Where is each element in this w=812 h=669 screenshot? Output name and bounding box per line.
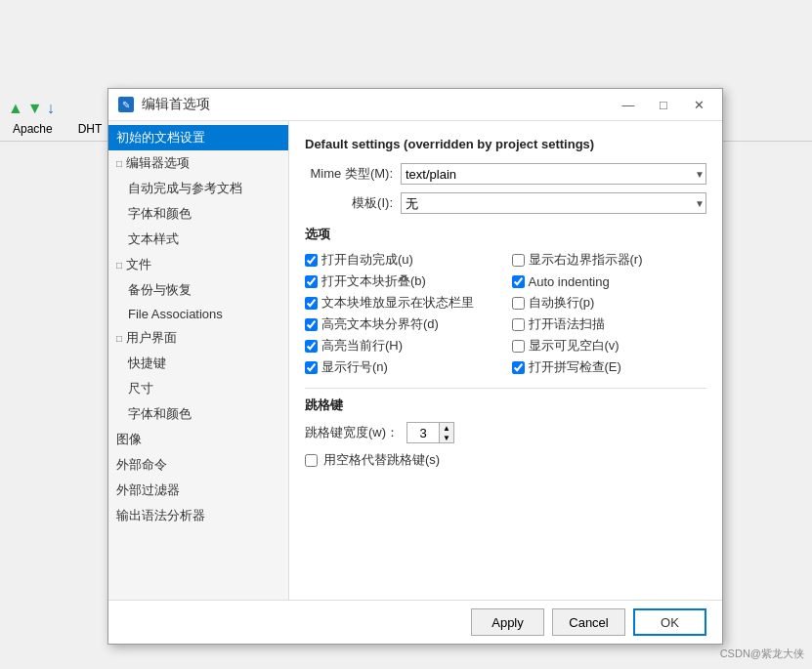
- spinner-buttons: ▲ ▼: [439, 423, 453, 442]
- apply-button[interactable]: Apply: [471, 608, 544, 636]
- sidebar-item-images[interactable]: 图像: [108, 427, 288, 452]
- checkbox-auto-indent: Auto indenting: [512, 272, 707, 290]
- checkbox-highlight-line-input[interactable]: [305, 340, 318, 353]
- checkbox-word-wrap-label: 自动换行(p): [529, 294, 595, 312]
- dialog-title: 编辑首选项: [142, 96, 210, 113]
- options-grid: 打开自动完成(u) 显示右边界指示器(r) 打开文本块折叠(b) Auto in…: [305, 251, 706, 376]
- checkbox-syntax-scan: 打开语法扫描: [512, 315, 707, 333]
- tab-width-input[interactable]: [407, 423, 439, 442]
- mime-select[interactable]: text/plain: [401, 163, 706, 185]
- dialog-body: 初始的文档设置 □ 编辑器选项 自动完成与参考文档 字体和颜色 文本样式 □ 文…: [108, 121, 722, 600]
- checkbox-spell-check-label: 打开拼写检查(E): [529, 358, 621, 376]
- replace-tabs-checkbox[interactable]: [305, 454, 318, 467]
- checkbox-word-wrap: 自动换行(p): [512, 294, 707, 312]
- mime-label: Mime 类型(M):: [305, 165, 393, 183]
- sidebar-label-file: 文件: [126, 256, 151, 273]
- sidebar-item-dimensions[interactable]: 尺寸: [108, 376, 288, 401]
- checkbox-auto-indent-input[interactable]: [512, 275, 525, 288]
- sidebar-item-initial-doc[interactable]: 初始的文档设置: [108, 125, 288, 150]
- checkbox-code-folding-label: 打开文本块折叠(b): [321, 272, 426, 290]
- maximize-button[interactable]: □: [650, 95, 677, 114]
- checkbox-autocomplete: 打开自动完成(u): [305, 251, 500, 269]
- ok-button[interactable]: OK: [633, 608, 706, 636]
- dialog-content: Default settings (overridden by project …: [289, 121, 722, 600]
- checkbox-right-margin-label: 显示右边界指示器(r): [529, 251, 643, 269]
- checkbox-spell-check-input[interactable]: [512, 361, 525, 374]
- sidebar-item-external-filter[interactable]: 外部过滤器: [108, 478, 288, 503]
- checkbox-block-stack-label: 文本块堆放显示在状态栏里: [321, 294, 474, 312]
- tab-width-spinner: ▲ ▼: [406, 422, 454, 443]
- checkbox-block-stack: 文本块堆放显示在状态栏里: [305, 294, 500, 312]
- template-row: 模板(I): 无 ▼: [305, 192, 706, 214]
- checkbox-visible-whitespace: 显示可见空白(v): [512, 337, 707, 355]
- dialog: ✎ 编辑首选项 — □ ✕ 初始的文档设置 □ 编辑器选项 自动完成与参考文档 …: [107, 88, 723, 645]
- tab-dht[interactable]: DHT: [69, 119, 111, 139]
- arrow-up[interactable]: ▲: [8, 100, 23, 117]
- sidebar-category-ui[interactable]: □ 用户界面: [108, 325, 288, 351]
- checkbox-spell-check: 打开拼写检查(E): [512, 358, 707, 376]
- collapse-arrow-ui: □: [116, 333, 122, 344]
- mime-select-wrapper: text/plain ▼: [401, 163, 706, 185]
- cancel-button[interactable]: Cancel: [552, 608, 625, 636]
- dialog-sidebar: 初始的文档设置 □ 编辑器选项 自动完成与参考文档 字体和颜色 文本样式 □ 文…: [108, 121, 289, 600]
- spinner-up[interactable]: ▲: [440, 423, 453, 433]
- template-label: 模板(I):: [305, 194, 393, 212]
- tab-width-row: 跳格键宽度(w)： ▲ ▼: [305, 422, 706, 443]
- tab-width-label: 跳格键宽度(w)：: [305, 424, 399, 441]
- arrow-down[interactable]: ▼: [27, 100, 43, 117]
- dialog-controls: — □ ✕: [615, 95, 712, 114]
- sidebar-item-text-style[interactable]: 文本样式: [108, 227, 288, 252]
- options-label: 选项: [305, 226, 706, 243]
- sidebar-item-autocomplete[interactable]: 自动完成与参考文档: [108, 176, 288, 201]
- checkbox-line-numbers-input[interactable]: [305, 361, 318, 374]
- collapse-arrow-file: □: [116, 260, 122, 271]
- checkbox-visible-whitespace-label: 显示可见空白(v): [529, 337, 620, 355]
- checkbox-highlight-line: 高亮当前行(H): [305, 337, 500, 355]
- spinner-down[interactable]: ▼: [440, 433, 453, 442]
- checkbox-highlight-delim: 高亮文本块分界符(d): [305, 315, 500, 333]
- template-select-wrapper: 无 ▼: [401, 192, 706, 214]
- checkbox-right-margin-input[interactable]: [512, 254, 525, 267]
- sidebar-item-output-parser[interactable]: 输出语法分析器: [108, 503, 288, 528]
- sidebar-label-ui: 用户界面: [126, 329, 177, 347]
- sidebar-label-editor: 编辑器选项: [126, 154, 190, 172]
- sidebar-category-file[interactable]: □ 文件: [108, 252, 288, 277]
- checkbox-block-stack-input[interactable]: [305, 297, 318, 310]
- minimize-button[interactable]: —: [615, 95, 642, 114]
- checkbox-visible-whitespace-input[interactable]: [512, 340, 525, 353]
- checkbox-autocomplete-label: 打开自动完成(u): [321, 251, 413, 269]
- sidebar-item-font-color[interactable]: 字体和颜色: [108, 201, 288, 227]
- checkbox-line-numbers: 显示行号(n): [305, 358, 500, 376]
- sidebar-item-shortcuts[interactable]: 快捷键: [108, 351, 288, 376]
- checkbox-line-numbers-label: 显示行号(n): [321, 358, 388, 376]
- dialog-icon: ✎: [118, 97, 134, 112]
- checkbox-highlight-delim-label: 高亮文本块分界符(d): [321, 315, 439, 333]
- tabkey-section-label: 跳格键: [305, 388, 706, 414]
- checkbox-syntax-scan-input[interactable]: [512, 318, 525, 331]
- dialog-title-left: ✎ 编辑首选项: [118, 96, 210, 113]
- checkbox-right-margin: 显示右边界指示器(r): [512, 251, 707, 269]
- replace-tabs-row: 用空格代替跳格键(s): [305, 451, 706, 469]
- checkbox-highlight-line-label: 高亮当前行(H): [321, 337, 403, 355]
- checkbox-autocomplete-input[interactable]: [305, 254, 318, 267]
- arrow-down2[interactable]: ↓: [47, 100, 55, 117]
- watermark: CSDN@紫龙大侠: [720, 647, 804, 661]
- template-select[interactable]: 无: [401, 192, 706, 214]
- sidebar-item-file-associations[interactable]: File Associations: [108, 303, 288, 325]
- sidebar-item-font-color2[interactable]: 字体和颜色: [108, 401, 288, 427]
- checkbox-highlight-delim-input[interactable]: [305, 318, 318, 331]
- close-button[interactable]: ✕: [685, 95, 712, 114]
- dialog-titlebar: ✎ 编辑首选项 — □ ✕: [108, 89, 722, 121]
- replace-tabs-label: 用空格代替跳格键(s): [323, 451, 440, 469]
- mime-type-row: Mime 类型(M): text/plain ▼: [305, 163, 706, 185]
- section-title: Default settings (overridden by project …: [305, 137, 706, 151]
- checkbox-word-wrap-input[interactable]: [512, 297, 525, 310]
- sidebar-item-backup[interactable]: 备份与恢复: [108, 277, 288, 303]
- checkbox-code-folding-input[interactable]: [305, 275, 318, 288]
- checkbox-auto-indent-label: Auto indenting: [529, 274, 610, 289]
- sidebar-category-editor[interactable]: □ 编辑器选项: [108, 150, 288, 176]
- checkbox-code-folding: 打开文本块折叠(b): [305, 272, 500, 290]
- tab-apache[interactable]: Apache: [4, 119, 62, 139]
- sidebar-item-external-cmd[interactable]: 外部命令: [108, 452, 288, 478]
- dialog-footer: Apply Cancel OK: [108, 600, 722, 644]
